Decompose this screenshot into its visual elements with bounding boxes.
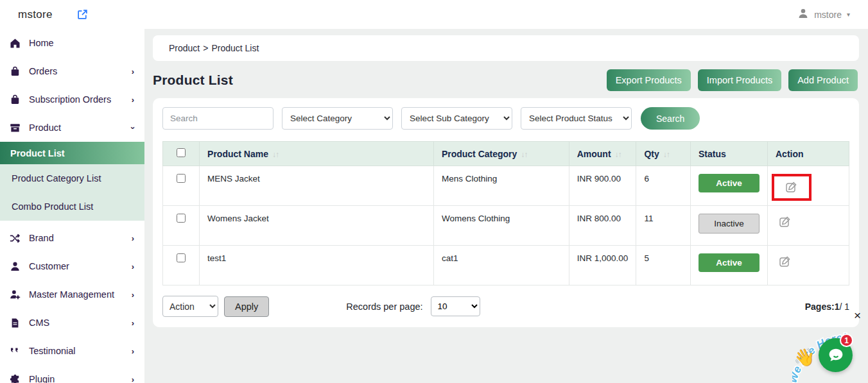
chat-close-icon[interactable]: × — [854, 309, 861, 321]
product-submenu: Product Category List Combo Product List — [0, 164, 144, 221]
header-qty[interactable]: Qty↓↑ — [636, 142, 691, 166]
waving-hand-icon: 👋 — [794, 347, 815, 368]
sidebar-item-combo-product-list[interactable]: Combo Product List — [0, 192, 144, 221]
quote-icon — [10, 346, 21, 357]
main-content: Product > Product List Product List Expo… — [144, 29, 868, 383]
header-product-category[interactable]: Product Category↓↑ — [433, 142, 569, 166]
status-badge[interactable]: Inactive — [699, 214, 759, 234]
sort-icon[interactable]: ↓↑ — [615, 150, 621, 159]
header-product-name[interactable]: Product Name↓↑ — [200, 142, 434, 166]
search-button[interactable]: Search — [641, 107, 700, 130]
sidebar-item-product-list[interactable]: Product List — [0, 142, 144, 164]
cell-product-category: Womens Clothing — [433, 206, 569, 246]
add-product-button[interactable]: Add Product — [788, 69, 858, 91]
edit-icon[interactable] — [782, 179, 801, 196]
sidebar-item-subscription-orders[interactable]: Subscription Orders › — [0, 85, 144, 114]
brand-logo: mstore — [18, 8, 53, 21]
sidebar-item-plugin[interactable]: Plugin › — [0, 365, 144, 383]
cell-amount: INR 900.00 — [569, 166, 636, 206]
bag-icon — [10, 66, 21, 77]
sidebar-item-customer[interactable]: Customer › — [0, 252, 144, 280]
sub-category-select[interactable]: Select Sub Category — [401, 107, 512, 130]
header-status: Status — [690, 142, 767, 166]
archive-icon — [10, 123, 21, 133]
sidebar: Home Orders › Subscription Orders › Prod… — [0, 29, 144, 383]
user-icon — [797, 8, 809, 21]
cell-product-name: MENS Jacket — [200, 166, 434, 206]
table-row: Womens Jacket Womens Clothing INR 800.00… — [163, 206, 849, 246]
chevron-right-icon: › — [132, 262, 134, 271]
topbar: mstore mstore ▾ — [0, 0, 868, 29]
breadcrumb-separator: > — [203, 43, 208, 53]
sort-icon[interactable]: ↓↑ — [521, 150, 527, 159]
product-list-card: Select Category Select Sub Category Sele… — [153, 98, 859, 327]
chevron-down-icon: › — [128, 126, 137, 129]
status-badge[interactable]: Active — [699, 174, 759, 192]
page-total: 1 — [844, 302, 849, 312]
cell-qty: 11 — [636, 206, 691, 246]
chevron-right-icon: › — [132, 375, 134, 383]
status-badge[interactable]: Active — [699, 253, 759, 272]
sidebar-item-brand[interactable]: Brand › — [0, 224, 144, 252]
product-table: Product Name↓↑ Product Category↓↑ Amount… — [162, 141, 849, 285]
page-title: Product List — [153, 72, 233, 88]
cell-amount: INR 800.00 — [569, 206, 636, 246]
table-header-row: Product Name↓↑ Product Category↓↑ Amount… — [163, 142, 849, 166]
search-input[interactable] — [162, 107, 273, 130]
home-icon — [10, 38, 21, 49]
sidebar-item-product-category-list[interactable]: Product Category List — [0, 164, 144, 192]
apply-button[interactable]: Apply — [224, 296, 269, 317]
row-checkbox[interactable] — [177, 174, 186, 183]
cell-product-category: Mens Clothing — [433, 166, 569, 206]
sidebar-item-master-management[interactable]: Master Management › — [0, 280, 144, 309]
chevron-right-icon: › — [132, 318, 134, 328]
breadcrumb-parent[interactable]: Product — [169, 43, 200, 53]
cell-product-name: test1 — [200, 246, 434, 285]
chevron-right-icon: › — [132, 234, 134, 243]
row-checkbox[interactable] — [177, 253, 186, 262]
sidebar-item-home[interactable]: Home — [0, 29, 144, 57]
edit-icon[interactable] — [776, 253, 795, 270]
cell-amount: INR 1,000.00 — [569, 246, 636, 285]
records-per-page-select[interactable]: 10 — [431, 296, 480, 316]
cell-qty: 5 — [636, 246, 691, 285]
cell-product-name: Womens Jacket — [200, 206, 434, 246]
person-gear-icon — [10, 289, 21, 300]
user-caret-icon: ▾ — [847, 11, 850, 18]
edit-icon[interactable] — [776, 214, 795, 230]
table-row: MENS Jacket Mens Clothing INR 900.00 6 A… — [163, 166, 849, 206]
person-icon — [10, 261, 21, 272]
puzzle-icon — [10, 374, 21, 383]
chevron-right-icon: › — [132, 95, 134, 105]
records-per-page-label: Records per page: — [346, 302, 422, 312]
row-checkbox[interactable] — [177, 214, 186, 223]
category-select[interactable]: Select Category — [282, 107, 393, 130]
bulk-action-select[interactable]: Action — [162, 296, 218, 317]
product-status-select[interactable]: Select Product Status — [521, 107, 632, 130]
table-row: test1 cat1 INR 1,000.00 5 Active — [163, 246, 849, 285]
sort-icon[interactable]: ↓↑ — [272, 150, 279, 159]
sidebar-item-cms[interactable]: CMS › — [0, 309, 144, 337]
bag-icon — [10, 94, 21, 105]
breadcrumb: Product > Product List — [153, 35, 859, 61]
user-menu[interactable]: mstore ▾ — [797, 8, 850, 21]
shuffle-icon — [10, 233, 21, 244]
cell-qty: 6 — [636, 166, 691, 206]
breadcrumb-current: Product List — [211, 43, 259, 53]
export-products-button[interactable]: Export Products — [607, 69, 691, 91]
sidebar-item-testimonial[interactable]: Testimonial › — [0, 337, 144, 365]
header-amount[interactable]: Amount↓↑ — [569, 142, 636, 166]
import-products-button[interactable]: Import Products — [698, 69, 781, 91]
chevron-right-icon: › — [132, 67, 134, 76]
file-icon — [10, 318, 21, 328]
chevron-right-icon: › — [132, 346, 134, 356]
sort-icon[interactable]: ↓↑ — [663, 150, 670, 159]
pages-label: Pages: — [805, 302, 835, 312]
chevron-right-icon: › — [132, 290, 134, 300]
external-link-icon[interactable] — [77, 9, 88, 20]
sidebar-item-product[interactable]: Product › — [0, 114, 144, 142]
sidebar-item-orders[interactable]: Orders › — [0, 57, 144, 85]
select-all-checkbox[interactable] — [177, 148, 186, 157]
chat-notification-badge: 1 — [840, 334, 853, 347]
pagination: Pages:1/ 1 — [805, 302, 849, 312]
